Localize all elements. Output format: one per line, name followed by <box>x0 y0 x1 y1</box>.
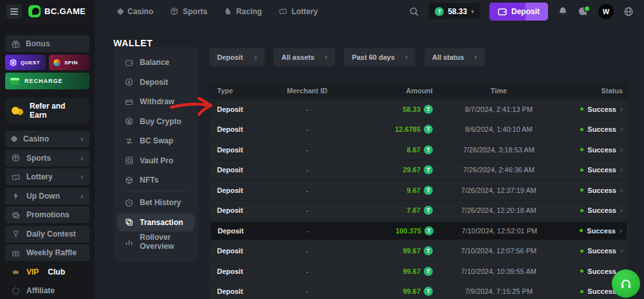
wallet-nav-nfts[interactable]: NFTs <box>117 171 194 189</box>
wallet-nav-buy-crypto[interactable]: Buy Crypto <box>117 113 194 131</box>
affiliate-icon <box>12 287 20 295</box>
cell-time: 8/6/2024, 1:40:10 AM <box>433 125 565 133</box>
sidebar-item-lottery[interactable]: Lottery <box>5 168 90 185</box>
filter-asset[interactable]: All assets <box>274 48 335 66</box>
wallet-nav-vault-pro[interactable]: Vault Pro <box>117 152 194 170</box>
sidebar-item-bonus[interactable]: Bonus <box>5 35 90 52</box>
balance-selector[interactable]: 58.33 <box>429 3 480 19</box>
table-row[interactable]: Deposit - 8.67 7/26/2024, 3:18:53 AM Suc… <box>209 140 628 159</box>
sports-ball-icon <box>170 7 178 15</box>
sidebar-item-updown[interactable]: Up Down <box>5 188 90 204</box>
sidebar-item-promotions[interactable]: Promotions <box>5 206 90 223</box>
table-row[interactable]: Deposit - 29.67 7/26/2024, 2:46:36 AM Su… <box>209 161 628 180</box>
sidebar-menu: Casino Sports Lottery Up Down Promotions… <box>5 131 90 299</box>
table-row[interactable]: Deposit - 100.375 7/10/2024, 12:52:01 PM… <box>209 221 628 240</box>
transaction-icon <box>125 218 133 226</box>
chevron-right-icon[interactable] <box>620 105 623 114</box>
notifications-button[interactable] <box>558 6 568 17</box>
usdt-icon <box>424 186 433 195</box>
cell-type: Deposit <box>209 186 275 194</box>
wallet-nav-rollover-overview[interactable]: Rollover Overview <box>117 233 194 251</box>
refer-and-earn-button[interactable]: Refer and Earn <box>5 98 90 123</box>
wallet-nav-withdraw[interactable]: Withdraw <box>117 93 194 111</box>
chevron-right-icon[interactable] <box>620 186 623 195</box>
nav-sports[interactable]: Sports <box>170 7 207 16</box>
chevron-right-icon[interactable] <box>620 125 623 134</box>
chevron-right-icon[interactable] <box>620 165 623 174</box>
spin-button[interactable]: SPIN <box>49 55 90 70</box>
main-content: WALLET Balance Deposit Withdraw Buy Cryp… <box>95 23 644 299</box>
nav-lottery[interactable]: Lottery <box>279 7 318 16</box>
wallet-nav-label: NFTs <box>140 176 158 185</box>
treasure-chest-icon <box>10 78 19 85</box>
support-button[interactable] <box>612 269 640 298</box>
bar-chart-icon <box>125 238 133 246</box>
item-label: Weekly Raffle <box>26 248 77 257</box>
promo-buttons: QUEST SPIN <box>5 55 90 70</box>
chevron-right-icon[interactable] <box>620 246 623 255</box>
wallet-nav-bc-swap[interactable]: BC Swap <box>117 132 194 150</box>
filter-status[interactable]: All status <box>424 48 485 66</box>
club-label: Club <box>48 267 65 276</box>
wallet-nav-transaction[interactable]: Transaction <box>117 213 194 231</box>
status-label: Success <box>587 247 616 255</box>
chevron-right-icon[interactable] <box>620 206 623 215</box>
gift-icon <box>12 40 20 48</box>
left-sidebar: Bonus QUEST SPIN RECHARGE Refer and Earn… <box>0 23 95 299</box>
balance-amount: 58.33 <box>448 7 467 16</box>
transactions-table: Type Merchant ID Amount Time Status Depo… <box>209 82 628 299</box>
sidebar-toggle-button[interactable] <box>6 5 22 19</box>
filter-type[interactable]: Deposit <box>209 48 265 66</box>
sidebar-item-daily-contest[interactable]: Daily Contest <box>5 226 90 242</box>
cell-amount: 12.6785 <box>339 125 433 134</box>
sidebar-item-weekly-raffle[interactable]: Weekly Raffle <box>5 244 90 261</box>
table-row[interactable]: Deposit - 99.67 7/10/2024, 10:39:55 AM S… <box>209 262 628 281</box>
divider <box>124 191 188 192</box>
recharge-button[interactable]: RECHARGE <box>5 73 90 89</box>
sidebar-item-vip-club[interactable]: VIPClub <box>5 264 90 280</box>
wallet-nav-balance[interactable]: Balance <box>117 53 194 71</box>
cell-status: Success <box>565 165 628 174</box>
amount-value: 7.67 <box>407 206 421 214</box>
nav-casino[interactable]: Casino <box>118 7 153 16</box>
sports-ball-icon <box>12 154 20 162</box>
amount-value: 8.67 <box>407 146 421 154</box>
brand-logo[interactable]: BC.GAME <box>28 5 86 17</box>
cell-type: Deposit <box>209 105 275 113</box>
amount-value: 99.67 <box>402 267 421 275</box>
table-row[interactable]: Deposit - 99.67 7/10/2024, 12:07:56 PM S… <box>209 242 628 261</box>
chevron-right-icon[interactable] <box>620 226 622 235</box>
sidebar-item-affiliate[interactable]: Affiliate <box>5 282 90 299</box>
amount-value: 58.33 <box>402 105 421 113</box>
usdt-icon <box>424 206 433 215</box>
table-row[interactable]: Deposit - 99.67 7/9/2024, 7:15:25 PM Suc… <box>209 282 628 299</box>
chevron-right-icon[interactable] <box>620 145 623 154</box>
wallet-nav-label: Transaction <box>140 218 183 227</box>
avatar[interactable] <box>598 4 614 19</box>
cell-status: Success <box>565 145 628 154</box>
success-dot-icon <box>580 249 583 253</box>
table-row[interactable]: Deposit - 9.67 7/26/2024, 12:37:19 AM Su… <box>209 181 628 200</box>
quest-button[interactable]: QUEST <box>5 55 46 70</box>
deposit-button[interactable]: Deposit <box>489 3 548 21</box>
wallet-nav-deposit[interactable]: Deposit <box>117 73 194 91</box>
sidebar-item-sports[interactable]: Sports <box>5 150 90 167</box>
table-header: Type Merchant ID Amount Time Status <box>209 82 628 98</box>
cell-merchant-id: - <box>275 166 339 174</box>
language-button[interactable] <box>623 6 634 17</box>
top-navigation: Casino Sports Racing Lottery <box>118 7 317 16</box>
sidebar-item-casino[interactable]: Casino <box>5 131 90 147</box>
filter-date-range[interactable]: Past 60 days <box>344 48 415 66</box>
table-row[interactable]: Deposit - 58.33 8/7/2024, 2:41:13 PM Suc… <box>209 100 628 119</box>
chat-button[interactable] <box>578 6 589 17</box>
table-row[interactable]: Deposit - 7.67 7/26/2024, 12:20:18 AM Su… <box>209 201 628 221</box>
cell-type: Deposit <box>209 166 275 174</box>
nav-racing[interactable]: Racing <box>224 7 262 16</box>
wallet-nav-bet-history[interactable]: Bet History <box>117 194 194 212</box>
topbar-right: 58.33 Deposit <box>409 3 644 21</box>
table-row[interactable]: Deposit - 12.6785 8/6/2024, 1:40:10 AM S… <box>209 120 628 140</box>
success-dot-icon <box>580 107 583 111</box>
cell-time: 7/26/2024, 2:46:36 AM <box>433 166 565 174</box>
search-button[interactable] <box>409 6 419 17</box>
cell-type: Deposit <box>210 227 276 235</box>
